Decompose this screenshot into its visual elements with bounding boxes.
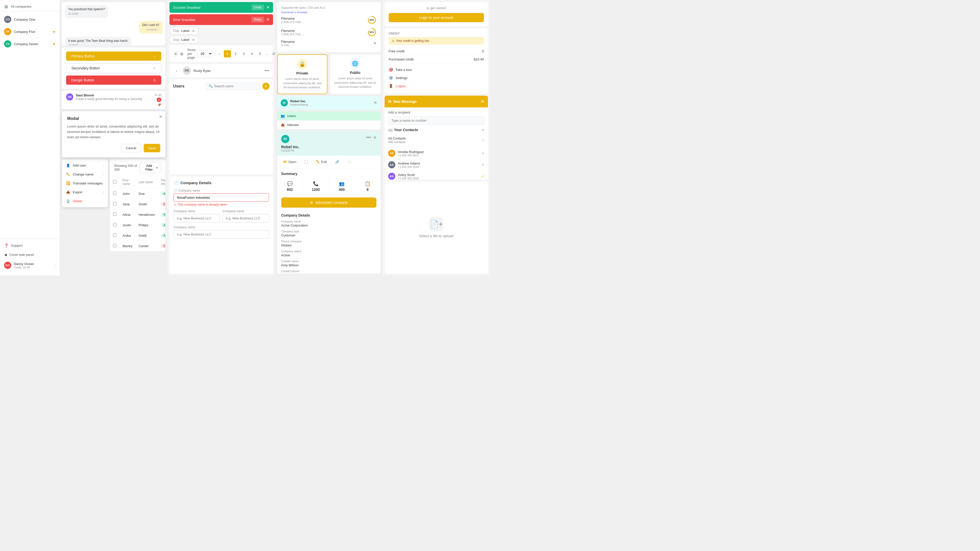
company-name-input[interactable] [173, 193, 269, 202]
login-button[interactable]: Login to your account [389, 13, 484, 22]
contact-back-button[interactable]: ‹ [173, 67, 180, 74]
select-all-checkbox[interactable] [113, 180, 116, 183]
crm-close-button[interactable]: ✕ [373, 135, 376, 140]
row-checkbox[interactable] [113, 213, 116, 216]
row-checkbox[interactable] [113, 233, 116, 237]
page-1-button[interactable]: 1 [224, 50, 231, 57]
recipient-input[interactable] [388, 116, 484, 125]
impersonation-close-button[interactable]: ✕ [374, 100, 377, 105]
impersonation-inboxes-item[interactable]: 📥 Inboxes [277, 121, 380, 129]
page-5-button[interactable]: 5 [256, 50, 264, 57]
secondary-button[interactable]: Secondary Button → [66, 63, 161, 73]
prev-page-button[interactable]: ‹ [216, 50, 223, 57]
contact-add-button[interactable]: + [482, 151, 484, 156]
purchased-credit-label: Purchased credit [389, 57, 414, 61]
cell-status: Active [158, 189, 165, 199]
modal-actions: Cancel Save [67, 144, 160, 152]
danger-button[interactable]: Danger Button ⚠ [66, 76, 161, 85]
add-user-button[interactable]: + [262, 83, 269, 90]
logout-item[interactable]: 🚪 Logout [389, 82, 484, 90]
col-personal-inbox: Personal Inbox [158, 176, 165, 189]
primary-button[interactable]: Primary Button → [66, 52, 161, 61]
chips-section: Chip Label ✕ Chip Label ✕ [169, 27, 273, 43]
sidebar-item-support[interactable]: ❓ Support [0, 241, 60, 250]
modal-cancel-button[interactable]: Cancel [121, 144, 141, 152]
add-filter-button[interactable]: Add Filter + [140, 162, 161, 173]
file-1-size: 2.9mb of 5.7mb ... [281, 21, 367, 24]
context-export[interactable]: 📤 Export › [62, 188, 108, 197]
rows-select[interactable]: 20 50 100 [197, 50, 213, 57]
context-translate[interactable]: 🔁 Translate messages › [62, 179, 108, 188]
contact-more-button[interactable]: ••• [265, 68, 269, 73]
contact-list: AR Amelia Rodriguez +1 425 425 0011 + AA… [388, 148, 484, 179]
page-4-button[interactable]: 4 [248, 50, 256, 57]
rows-label: Rows per page: [187, 48, 196, 59]
plus-icon: + [156, 166, 158, 170]
download-template-link[interactable]: Download a template [281, 11, 376, 14]
page-10-button[interactable]: 10 [270, 50, 275, 57]
crm-link-button[interactable]: 🔗 [333, 158, 341, 166]
crm-edit-button[interactable]: ✏️ Edit [314, 158, 329, 166]
crm-stat-notes: 📋 8 [355, 178, 380, 195]
list-view-button[interactable]: ≡ [173, 51, 178, 57]
crm-star-button[interactable]: ☆ [345, 158, 353, 166]
star-icon-crm: ☆ [347, 159, 352, 165]
row-checkbox[interactable] [113, 192, 116, 195]
detail-contact-name-value: Amy Wilson [281, 263, 376, 267]
settings-item[interactable]: ⚙️ Settings [389, 74, 484, 82]
row-checkbox[interactable] [113, 223, 116, 226]
company-item-cs[interactable]: CS Company Seven ★ [0, 38, 60, 50]
administer-button[interactable]: ⚙ Administer company [281, 197, 376, 208]
chevron-right-icon: › [55, 264, 56, 267]
snackbar-error-close[interactable]: ✕ [266, 17, 269, 22]
modal-save-button[interactable]: Save [144, 144, 161, 152]
add-user-label: Add user [73, 164, 86, 167]
snackbar-success-close[interactable]: ✕ [266, 5, 269, 10]
undo-button[interactable]: Undo [251, 5, 264, 10]
table-row: Marley Carder Expired 2 User 02/02/2022 [110, 241, 165, 251]
file-item-1: Filename 2.9mb of 5.7mb ... 80% [281, 14, 376, 26]
page-3-button[interactable]: 3 [240, 50, 247, 57]
cell-first-name: Justin [119, 220, 135, 230]
privacy-card-public[interactable]: 🌐 Public Lorem ipsum dolor sit amet, con… [330, 54, 380, 94]
file-3-close[interactable]: ✕ [373, 41, 376, 46]
chip-2-close[interactable]: ✕ [191, 38, 196, 41]
crm-open-button[interactable]: 📂 Open [281, 158, 299, 166]
page-2-button[interactable]: 2 [232, 50, 239, 57]
row-checkbox[interactable] [113, 244, 116, 247]
company-name-input-4[interactable] [173, 230, 269, 238]
modal-close-button[interactable]: ✕ [159, 114, 162, 119]
users-search-input[interactable] [214, 84, 257, 88]
privacy-cards: 🔒 Private Lorem ipsum dolor sit amet, co… [277, 54, 380, 94]
saul-bloom-item[interactable]: SB Saul Bloom It was a really good Monda… [62, 91, 165, 109]
contact-add-button[interactable]: + [482, 162, 484, 168]
users-header: Users 🔍 + [173, 83, 269, 90]
error-snackbar-text: Error Snackbar [173, 18, 195, 22]
cell-last-name: Henderson [135, 210, 158, 220]
crm-expand-button[interactable]: ⛶ [302, 158, 310, 166]
company-item-cf[interactable]: CF Company Five ★ [0, 25, 60, 38]
chip-1-close[interactable]: ✕ [191, 29, 196, 33]
retry-button[interactable]: Retry [251, 17, 264, 22]
context-delete[interactable]: 🗑️ Delete [62, 197, 108, 206]
row-checkbox[interactable] [113, 202, 116, 205]
context-change-name[interactable]: ✏️ Change name › [62, 170, 108, 179]
all-companies-item[interactable]: 🏢 All companies [0, 2, 60, 11]
user-profile-item[interactable]: DO Danny Ocean Credit: 10.40 › [0, 259, 60, 272]
impersonation-users-item[interactable]: 👥 Users [277, 111, 380, 121]
company-name-input-3[interactable] [223, 214, 269, 222]
company-name-input-2[interactable] [173, 214, 220, 222]
company-item-co[interactable]: CO Company One [0, 13, 60, 25]
tour-item[interactable]: 🎯 Take a tour [389, 65, 484, 74]
company-name-col1: Company name [173, 210, 220, 222]
crm-more-button[interactable]: ••• [366, 135, 371, 140]
context-add-user[interactable]: 👤 Add user › [62, 161, 108, 170]
translate-label: Translate messages [73, 181, 103, 185]
grid-view-button[interactable]: ⊞ [179, 51, 184, 57]
new-message-close-button[interactable]: ✕ [480, 99, 484, 104]
private-desc: Lorem ipsum dolor sit amet, consectetur … [282, 77, 323, 89]
globe-icon: 🌐 [350, 59, 360, 68]
privacy-card-private[interactable]: 🔒 Private Lorem ipsum dolor sit amet, co… [277, 54, 328, 94]
upload-title: Select a file to upload [419, 234, 453, 238]
sidebar-item-close[interactable]: ◀ Close side panel [0, 250, 60, 259]
